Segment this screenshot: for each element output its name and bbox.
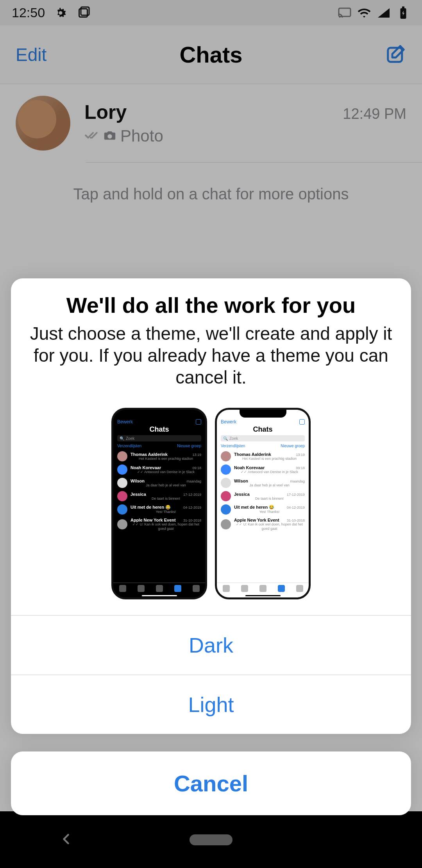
theme-previews: Bewerk Chats 🔍Zoek VerzendlijstenNieuwe … <box>18 408 404 599</box>
sheet-description: Just choose a theme, we'll create and ap… <box>18 323 404 388</box>
option-dark[interactable]: Dark <box>11 615 411 674</box>
preview-light: Bewerk Chats 🔍Zoek VerzendlijstenNieuwe … <box>215 408 311 599</box>
cancel-button[interactable]: Cancel <box>11 751 411 815</box>
theme-sheet: We'll do all the work for you Just choos… <box>11 278 411 734</box>
preview-dark: Bewerk Chats 🔍Zoek VerzendlijstenNieuwe … <box>111 408 207 599</box>
option-light[interactable]: Light <box>11 674 411 734</box>
sheet-title: We'll do all the work for you <box>18 292 404 318</box>
